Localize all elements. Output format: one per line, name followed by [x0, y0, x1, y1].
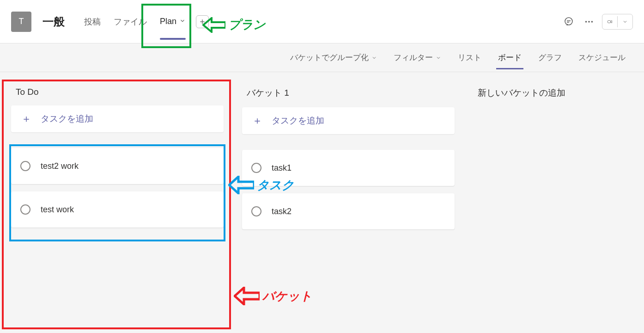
task-card[interactable]: task1: [242, 150, 455, 186]
complete-circle-icon[interactable]: [251, 206, 261, 216]
chevron-down-icon: [371, 55, 377, 61]
svg-marker-9: [611, 20, 612, 23]
task-label: test2 work: [41, 161, 79, 171]
add-task-button[interactable]: ＋ タスクを追加: [242, 107, 455, 134]
tab-posts[interactable]: 投稿: [78, 0, 107, 43]
tab-plan[interactable]: Plan: [153, 0, 192, 43]
add-task-label: タスクを追加: [272, 115, 324, 127]
task-label: task1: [272, 163, 292, 173]
plus-icon: ＋: [252, 114, 262, 128]
meet-chevron-down-icon[interactable]: [618, 14, 632, 29]
filter-dropdown[interactable]: フィルター: [392, 43, 443, 72]
board: To Do ＋ タスクを追加 test2 work test work バケット…: [0, 72, 644, 248]
annotation-arrow-bucket: バケット: [234, 287, 312, 305]
svg-point-7: [591, 21, 593, 23]
add-bucket-button[interactable]: 新しいバケットの追加: [473, 83, 570, 103]
view-schedule[interactable]: スケジュール: [577, 43, 627, 72]
svg-point-5: [585, 21, 587, 23]
svg-point-6: [588, 21, 590, 23]
more-icon[interactable]: [582, 14, 596, 29]
team-avatar[interactable]: T: [11, 12, 31, 32]
task-label: test work: [41, 205, 74, 215]
plan-toolbar: バケットでグループ化 フィルター リスト ボード グラフ スケジュール: [0, 43, 644, 72]
tab-files[interactable]: ファイル: [107, 0, 153, 43]
view-chart[interactable]: グラフ: [536, 43, 564, 72]
add-tab-button[interactable]: [196, 15, 209, 28]
complete-circle-icon[interactable]: [251, 163, 261, 173]
tab-plan-label: Plan: [160, 17, 176, 26]
video-icon[interactable]: [602, 14, 617, 29]
svg-point-2: [565, 18, 572, 25]
filter-label: フィルター: [394, 52, 433, 63]
plus-icon: ＋: [21, 112, 31, 126]
bucket-1: バケット 1 ＋ タスクを追加 task1 task2: [242, 83, 455, 237]
complete-circle-icon[interactable]: [20, 204, 30, 215]
task-card[interactable]: task2: [242, 193, 455, 229]
svg-rect-8: [608, 20, 611, 23]
view-board[interactable]: ボード: [496, 43, 523, 72]
group-by-dropdown[interactable]: バケットでグループ化: [288, 43, 379, 72]
group-by-label: バケットでグループ化: [290, 52, 369, 63]
bucket-title[interactable]: バケット 1: [247, 87, 450, 99]
add-task-button[interactable]: ＋ タスクを追加: [11, 105, 224, 132]
view-list[interactable]: リスト: [456, 43, 483, 72]
task-card[interactable]: test work: [11, 191, 224, 228]
add-task-label: タスクを追加: [41, 113, 93, 125]
complete-circle-icon[interactable]: [20, 161, 30, 171]
task-card[interactable]: test2 work: [11, 148, 224, 184]
channel-title: 一般: [43, 14, 65, 29]
chat-icon[interactable]: [561, 14, 576, 29]
chevron-down-icon: [179, 17, 186, 26]
annotation-label-bucket: バケット: [262, 288, 312, 304]
task-label: task2: [272, 207, 292, 216]
channel-header: T 一般 投稿 ファイル Plan: [0, 0, 644, 43]
bucket-title[interactable]: To Do: [16, 87, 219, 97]
bucket-todo: To Do ＋ タスクを追加 test2 work test work: [11, 83, 224, 235]
meet-button-group: [602, 14, 633, 30]
chevron-down-icon: [436, 55, 441, 61]
